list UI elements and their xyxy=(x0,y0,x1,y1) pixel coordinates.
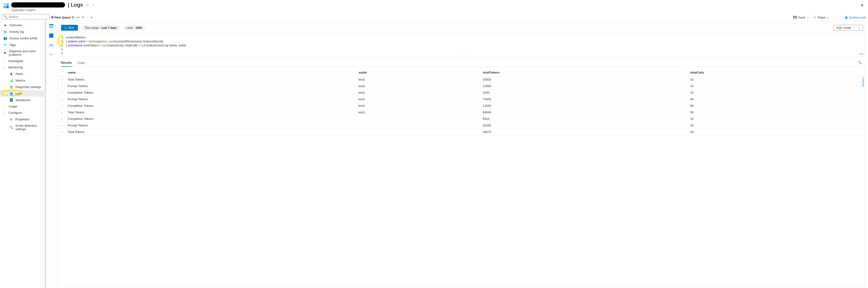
sidebar-item-tags[interactable]: 🏷Tags xyxy=(0,41,46,48)
table-row[interactable]: ›Total Tokens3457333 xyxy=(59,129,865,135)
tags-icon: 🏷 xyxy=(3,43,7,47)
sidebar-section-monitoring[interactable]: ⌄Monitoring xyxy=(0,64,46,70)
column-header-name[interactable]: name xyxy=(65,69,356,76)
main-content: New Query 1* ••• ✕ ＋ 💾 Save ⌄ ⇪ Share ⌄ … xyxy=(46,12,868,288)
cell: Prompt Tokens xyxy=(65,96,356,103)
row-expand-icon[interactable]: › xyxy=(59,89,65,96)
table-row[interactable]: ›Completion Tokenstest2320032 xyxy=(59,89,865,96)
share-button[interactable]: ⇪ Share ⌄ xyxy=(813,16,830,19)
sidebar-search[interactable]: 🔍 xyxy=(2,14,50,20)
editor-expand-icon[interactable]: ≡ » xyxy=(860,52,864,56)
row-expand-icon[interactable]: › xyxy=(59,122,65,129)
sidebar-item-label: Access control (IAM) xyxy=(9,36,37,40)
row-expand-icon[interactable]: › xyxy=(59,76,65,83)
divider xyxy=(840,15,841,20)
add-query-tab-icon[interactable]: ＋ xyxy=(88,13,95,21)
collapse-sidebar-icon[interactable]: « xyxy=(58,15,61,19)
table-row[interactable]: ›Completion Tokenstest11154390 xyxy=(59,103,865,109)
close-blade-icon[interactable]: ✕ xyxy=(859,2,865,9)
save-button[interactable]: 💾 Save ⌄ xyxy=(793,16,809,19)
row-expand-icon[interactable]: › xyxy=(59,83,65,89)
sidebar-section-label: Configure xyxy=(8,111,22,115)
query-tabbar: New Query 1* ••• ✕ ＋ 💾 Save ⌄ ⇪ Share ⌄ … xyxy=(46,12,868,21)
svg-rect-6 xyxy=(8,4,8,4)
sidebar-item-smart-detection-settings[interactable]: 🔍Smart detection settings xyxy=(0,122,46,132)
rail-queries-icon[interactable] xyxy=(49,33,54,38)
row-expand-icon[interactable]: › xyxy=(59,129,65,135)
results-search-icon[interactable]: 🔍 xyxy=(857,59,863,66)
rail-functions-icon[interactable]: {fx} xyxy=(49,42,54,48)
query-editor[interactable]: 12345 customMetrics| extend subId = tost… xyxy=(59,34,866,57)
line-number: 4 xyxy=(61,47,63,51)
cell: 32 xyxy=(688,76,865,83)
sidebar-section-usage[interactable]: ›Usage xyxy=(0,103,46,110)
table-row[interactable]: ›Prompt Tokenstest17300090 xyxy=(59,96,865,103)
play-icon: ▷ xyxy=(65,26,67,29)
tab-more-icon[interactable]: ··· xyxy=(834,16,836,19)
sidebar-item-logs[interactable]: ▦Logs xyxy=(0,90,46,97)
rail-history-icon[interactable]: ↻ xyxy=(49,52,54,57)
query-tab-menu-icon[interactable]: ••• xyxy=(76,16,80,19)
table-row[interactable]: ›Completion Tokens632333 xyxy=(59,116,865,122)
table-row[interactable]: ›Total Tokenstest18454390 xyxy=(59,109,865,116)
resize-handle-icon[interactable]: · · · xyxy=(462,54,468,57)
column-header-totalTokens[interactable]: totalTokens xyxy=(480,69,688,76)
svg-rect-1 xyxy=(6,6,9,8)
cell: 28250 xyxy=(480,122,688,129)
sidebar-item-alerts[interactable]: ▮Alerts xyxy=(0,70,46,77)
query-tab-close-icon[interactable]: ✕ xyxy=(82,16,84,19)
queries-hub-button[interactable]: ▦ Queries hub xyxy=(845,16,866,19)
row-expand-icon[interactable]: › xyxy=(59,103,65,109)
header-more-icon[interactable]: ··· xyxy=(92,3,95,7)
sidebar-item-properties[interactable]: ≣Properties xyxy=(0,116,46,122)
tab-results[interactable]: Results xyxy=(61,59,72,67)
sidebar-section-label: Usage xyxy=(8,105,17,108)
chevron-down-icon: ⌄ xyxy=(827,16,829,19)
column-header-subId[interactable]: subId xyxy=(356,69,480,76)
sidebar-item-diagnose-and-solve-problems[interactable]: ✖Diagnose and solve problems xyxy=(0,48,46,58)
sidebar-section-configure[interactable]: ⌄Configure xyxy=(0,110,46,116)
sidebar-item-overview[interactable]: ◆Overview xyxy=(0,22,46,28)
sidebar-section-investigate[interactable]: ›Investigate xyxy=(0,58,46,64)
timerange-pill[interactable]: Time range : Last 7 days xyxy=(81,25,120,30)
cell: 33 xyxy=(688,122,865,129)
code-line[interactable]: | summarize totalTokens = sum(valueSum),… xyxy=(66,43,186,47)
row-expand-icon[interactable]: › xyxy=(59,116,65,122)
run-button[interactable]: ▷ Run xyxy=(61,25,78,31)
sidebar-item-diagnostic-settings[interactable]: ▥Diagnostic settings xyxy=(0,84,46,90)
sidebar-item-metrics[interactable]: 📊Metrics xyxy=(0,77,46,84)
sidebar-item-access-control-iam-[interactable]: 👥Access control (IAM) xyxy=(0,35,46,41)
code-line[interactable] xyxy=(66,47,186,51)
row-expand-icon[interactable]: › xyxy=(59,109,65,116)
overview-icon: ◆ xyxy=(3,23,7,27)
sidebar-item-workbooks[interactable]: 📘Workbooks xyxy=(0,97,46,103)
sidebar-search-input[interactable] xyxy=(9,15,48,19)
sidebar-item-activity-log[interactable]: ▤Activity log xyxy=(0,28,46,35)
sidebar-scrollbar[interactable] xyxy=(45,21,46,288)
metrics-icon: 📊 xyxy=(9,79,13,82)
code-line[interactable]: | extend subId = tostring(parse_json(cus… xyxy=(66,39,186,43)
cell: 73000 xyxy=(480,96,688,103)
mode-select[interactable]: KQL mode ⌄ xyxy=(834,25,863,31)
row-expand-icon[interactable]: › xyxy=(59,96,65,103)
cell: 11543 xyxy=(480,103,688,109)
cell: 84543 xyxy=(480,109,688,116)
cell xyxy=(356,122,480,129)
expand-icon[interactable]: ⟨⟩ xyxy=(52,15,56,19)
table-row[interactable]: ›Prompt Tokens2825033 xyxy=(59,122,865,129)
column-header-totalCalls[interactable]: totalCalls xyxy=(688,69,865,76)
line-number: 3 xyxy=(61,43,63,47)
code-line[interactable]: customMetrics xyxy=(66,35,186,39)
tab-chart[interactable]: Chart xyxy=(78,59,85,66)
table-row[interactable]: ›Prompt Tokenstest21280032 xyxy=(59,83,865,89)
limit-pill[interactable]: Limit : 1000 xyxy=(123,25,145,30)
favorite-star-icon[interactable]: ☆ xyxy=(86,3,89,7)
cell: Completion Tokens xyxy=(65,103,356,109)
columns-panel-toggle[interactable]: Columns xyxy=(861,75,865,89)
cell: 33 xyxy=(688,116,865,122)
sidebar-section-label: Investigate xyxy=(8,59,23,63)
code-line[interactable] xyxy=(66,51,186,55)
sidebar: 🔍 ⟨⟩ « ◆Overview▤Activity log👥Access con… xyxy=(0,12,46,288)
rail-tables-icon[interactable] xyxy=(49,24,54,29)
table-row[interactable]: ›Total Tokenstest21600032 xyxy=(59,76,865,83)
